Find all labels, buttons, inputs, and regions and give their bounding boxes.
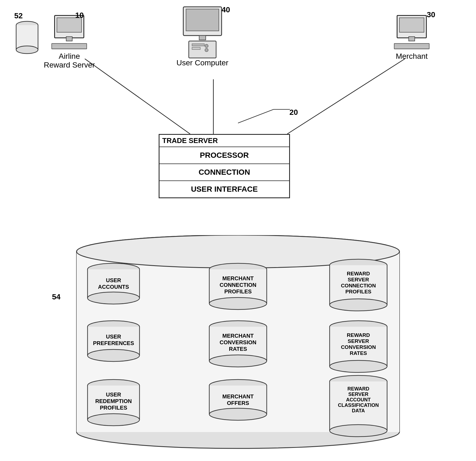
- svg-text:SERVER: SERVER: [348, 392, 368, 397]
- ref-40: 40: [222, 5, 230, 14]
- ts-connection: CONNECTION: [159, 164, 289, 180]
- svg-text:USER: USER: [106, 277, 121, 283]
- svg-text:RATES: RATES: [350, 350, 367, 356]
- svg-text:ACCOUNTS: ACCOUNTS: [98, 284, 129, 290]
- svg-text:OFFERS: OFFERS: [227, 400, 249, 406]
- db-reward-conversion: REWARD SERVER CONVERSION RATES: [326, 320, 391, 374]
- svg-point-66: [209, 408, 267, 420]
- ref-30: 30: [427, 10, 435, 19]
- ts-processor: PROCESSOR: [159, 147, 289, 164]
- ref-54: 54: [52, 293, 60, 301]
- svg-point-91: [330, 425, 387, 437]
- user-computer-label: User Computer: [175, 59, 230, 67]
- merchant-computer: Merchant: [394, 15, 429, 61]
- svg-text:CONNECTION: CONNECTION: [220, 282, 256, 288]
- svg-text:CONVERSION: CONVERSION: [341, 344, 376, 350]
- airline-label: AirlineReward Server: [44, 52, 95, 69]
- merchant-keyboard: [394, 43, 429, 49]
- db-reward-account: REWARD SERVER ACCOUNT CLASSIFICATION DAT…: [326, 375, 391, 439]
- svg-text:SERVER: SERVER: [348, 338, 369, 344]
- svg-line-3: [238, 109, 274, 123]
- svg-rect-15: [192, 47, 200, 49]
- svg-text:SERVER: SERVER: [348, 277, 369, 282]
- svg-text:PROFILES: PROFILES: [345, 289, 371, 294]
- svg-text:DATA: DATA: [352, 408, 365, 413]
- diagram-container: AirlineReward Server 52 10 User Computer…: [0, 0, 476, 461]
- db-user-preferences: USER PREFERENCES: [83, 320, 144, 363]
- db-user-redemption: USER REDEMPTION PROFILES: [83, 379, 144, 428]
- svg-text:MERCHANT: MERCHANT: [222, 275, 254, 281]
- svg-text:REWARD: REWARD: [347, 386, 369, 392]
- ts-user-interface: USER INTERFACE: [159, 180, 289, 197]
- merchant-label: Merchant: [396, 52, 428, 61]
- db-merchant-conversion: MERCHANT CONVERSION RATES: [205, 320, 271, 369]
- airline-db-cylinder: [14, 19, 40, 56]
- svg-rect-11: [186, 9, 219, 31]
- svg-text:PREFERENCES: PREFERENCES: [93, 340, 134, 346]
- svg-text:USER: USER: [106, 334, 121, 340]
- svg-point-73: [330, 299, 387, 311]
- svg-rect-12: [199, 36, 206, 40]
- svg-text:REDEMPTION: REDEMPTION: [95, 398, 132, 404]
- svg-text:MERCHANT: MERCHANT: [222, 333, 254, 339]
- svg-text:CONVERSION: CONVERSION: [220, 339, 256, 345]
- db-reward-connection: REWARD SERVER CONNECTION PROFILES: [326, 258, 391, 313]
- user-computer-group: User Computer: [175, 5, 230, 67]
- svg-text:CLASSIFICATION: CLASSIFICATION: [338, 402, 379, 408]
- airline-keyboard: [51, 43, 87, 49]
- svg-point-17: [205, 48, 208, 52]
- svg-point-42: [88, 414, 140, 426]
- trade-server-box: TRADE SERVER PROCESSOR CONNECTION USER I…: [159, 134, 290, 198]
- svg-point-50: [209, 297, 267, 310]
- airline-computer: AirlineReward Server: [44, 15, 95, 69]
- db-merchant-connection: MERCHANT CONNECTION PROFILES: [205, 262, 271, 311]
- svg-line-2: [287, 59, 405, 134]
- large-database: 54 USER ACCOUNTS USER: [68, 235, 408, 455]
- svg-rect-14: [192, 44, 204, 46]
- ref-52: 52: [14, 11, 23, 20]
- svg-point-82: [330, 360, 387, 372]
- merchant-monitor: [397, 15, 427, 38]
- svg-point-28: [88, 292, 140, 304]
- svg-text:ACCOUNT: ACCOUNT: [346, 397, 371, 402]
- svg-text:RATES: RATES: [229, 346, 247, 352]
- db-merchant-offers: MERCHANT OFFERS: [205, 379, 271, 422]
- ref-20: 20: [289, 108, 298, 117]
- svg-point-16: [205, 44, 208, 48]
- svg-point-9: [16, 46, 38, 54]
- svg-point-35: [88, 349, 140, 361]
- svg-point-58: [209, 355, 267, 367]
- svg-text:USER: USER: [106, 392, 121, 398]
- svg-text:REWARD: REWARD: [347, 332, 370, 338]
- svg-text:MERCHANT: MERCHANT: [222, 393, 254, 399]
- db-user-accounts: USER ACCOUNTS: [83, 262, 144, 306]
- svg-line-0: [85, 59, 190, 134]
- svg-text:CONNECTION: CONNECTION: [341, 283, 376, 288]
- trade-server-title: TRADE SERVER: [159, 135, 289, 147]
- svg-text:PROFILES: PROFILES: [100, 405, 127, 411]
- svg-text:PROFILES: PROFILES: [224, 288, 252, 294]
- svg-text:REWARD: REWARD: [347, 271, 370, 276]
- ref-10: 10: [75, 11, 84, 20]
